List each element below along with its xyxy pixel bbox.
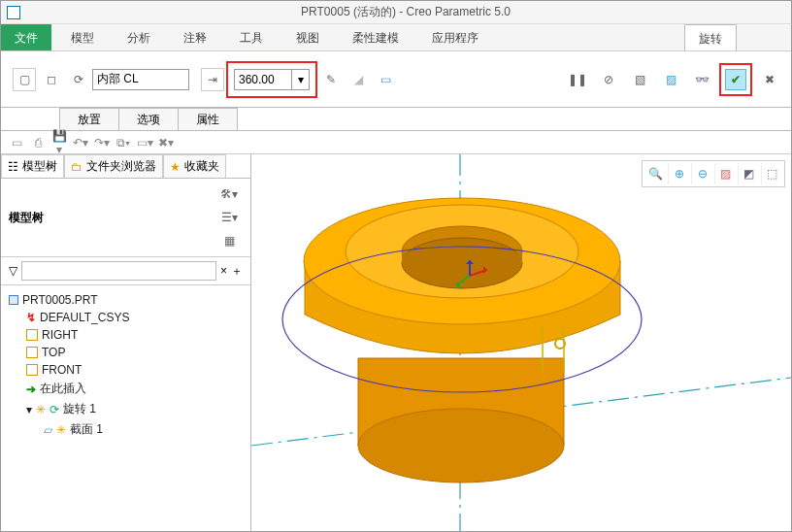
qb-windows-icon[interactable]: ▭▾ xyxy=(137,136,152,150)
ribbon-tabs: 文件 模型 分析 注释 工具 视图 柔性建模 应用程序 旋转 xyxy=(1,24,791,51)
tab-analysis[interactable]: 分析 xyxy=(114,24,164,50)
tree-section[interactable]: ▱✳截面 1 xyxy=(44,419,247,440)
subtab-placement[interactable]: 放置 xyxy=(59,108,119,130)
surface-icon[interactable]: ◻ xyxy=(40,68,63,91)
plane-icon xyxy=(26,364,38,376)
tree-options-icon[interactable]: 🛠▾ xyxy=(217,183,241,206)
angle-field-highlight: ▾ xyxy=(226,61,317,98)
tab-tools[interactable]: 工具 xyxy=(226,24,277,50)
qb-prev-icon[interactable]: ▭ xyxy=(9,136,24,150)
no-entry-icon[interactable]: ⊘ xyxy=(597,68,620,91)
revolve-icon: ⟳ xyxy=(50,403,59,416)
csys-icon: ↯ xyxy=(26,311,36,324)
filter-input[interactable] xyxy=(21,261,216,281)
angle-input[interactable] xyxy=(234,69,292,90)
plane-icon xyxy=(26,329,38,341)
tab-annotate[interactable]: 注释 xyxy=(170,24,220,50)
thicken-icon[interactable]: ◢ xyxy=(346,68,370,91)
tree-insert-here[interactable]: ➔在此插入 xyxy=(26,379,247,399)
plane-icon xyxy=(26,347,38,358)
subtab-options[interactable]: 选项 xyxy=(118,108,179,130)
settings-grid-icon[interactable]: ▦ xyxy=(217,229,241,252)
model-tree: PRT0005.PRT ↯DEFAULT_CSYS RIGHT TOP FRON… xyxy=(1,285,250,446)
qb-close-icon[interactable]: ✖▾ xyxy=(158,136,174,150)
section-icon: ▱ xyxy=(44,423,52,437)
tree-plane-right[interactable]: RIGHT xyxy=(26,326,247,344)
qb-undo-icon[interactable]: ↶▾ xyxy=(73,136,88,150)
model-render xyxy=(251,154,791,531)
tree-icon: ☷ xyxy=(8,160,18,174)
filter-add-icon[interactable]: ＋ xyxy=(231,263,243,280)
pause-icon[interactable]: ❚❚ xyxy=(566,68,589,91)
feature-sun-icon: ✳ xyxy=(56,423,66,437)
confirm-button[interactable]: ✔ xyxy=(725,69,746,90)
qb-save-icon[interactable]: 💾▾ xyxy=(51,129,67,156)
verify-cube-icon[interactable]: ▨ xyxy=(659,68,682,91)
side2-rect-icon[interactable]: ▭ xyxy=(374,68,397,91)
insert-arrow-icon: ➔ xyxy=(26,382,36,396)
qb-redo-icon[interactable]: ↷▾ xyxy=(94,136,110,150)
tree-plane-front[interactable]: FRONT xyxy=(26,361,247,379)
angle-dropdown[interactable]: ▾ xyxy=(292,69,310,90)
direction1-icon[interactable]: ⇥ xyxy=(201,68,224,91)
panel-title: 模型树 xyxy=(9,210,44,226)
cancel-button[interactable]: ✖ xyxy=(758,68,781,91)
window-title: PRT0005 (活动的) - Creo Parametric 5.0 xyxy=(26,4,785,20)
part-icon xyxy=(9,295,18,305)
app-icon xyxy=(7,6,20,19)
tree-revolve-feature[interactable]: ▾✳⟳旋转 1 xyxy=(26,399,247,419)
tree-csys[interactable]: ↯DEFAULT_CSYS xyxy=(26,309,247,326)
tree-root[interactable]: PRT0005.PRT xyxy=(9,291,247,309)
chevron-down-icon[interactable]: ▾ xyxy=(26,403,32,416)
ribbon: ▢ ◻ ⟳ ⇥ ▾ ✎ ◢ ▭ ❚❚ ⊘ ▧ ▨ 👓 ✔ ✖ xyxy=(1,51,791,108)
confirm-highlight: ✔ xyxy=(719,63,752,96)
star-icon: ★ xyxy=(170,160,181,174)
svg-point-2 xyxy=(358,409,564,482)
navtab-model-tree[interactable]: ☷模型树 xyxy=(1,154,64,178)
tab-apps[interactable]: 应用程序 xyxy=(418,24,492,50)
solid-icon[interactable]: ▢ xyxy=(13,68,36,91)
folder-icon: 🗀 xyxy=(71,160,82,174)
axis-icon[interactable]: ⟳ xyxy=(67,68,90,91)
glasses-icon[interactable]: 👓 xyxy=(690,68,713,91)
reference-input[interactable] xyxy=(92,69,189,90)
tree-plane-top[interactable]: TOP xyxy=(26,344,247,361)
filter-icon[interactable]: ▽ xyxy=(9,264,17,278)
feature-sun-icon: ✳ xyxy=(36,403,46,416)
tab-flex[interactable]: 柔性建模 xyxy=(339,24,412,50)
flip-icon[interactable]: ✎ xyxy=(319,68,343,91)
qb-regen-icon[interactable]: ⧉▾ xyxy=(116,136,131,150)
filter-clear-icon[interactable]: × xyxy=(220,264,227,278)
quick-toolbar: ▭ ⎙ 💾▾ ↶▾ ↷▾ ⧉▾ ▭▾ ✖▾ xyxy=(1,131,791,154)
navtab-favorites[interactable]: ★收藏夹 xyxy=(163,154,226,178)
navtab-folders[interactable]: 🗀文件夹浏览器 xyxy=(64,154,163,178)
preview-cube-icon[interactable]: ▧ xyxy=(628,68,651,91)
tab-model[interactable]: 模型 xyxy=(57,24,108,50)
subtab-attributes[interactable]: 属性 xyxy=(178,108,238,130)
tab-view[interactable]: 视图 xyxy=(282,24,333,50)
sub-tabs: 放置 选项 属性 xyxy=(1,108,791,131)
tab-file[interactable]: 文件 xyxy=(1,24,51,50)
viewport[interactable]: 🔍 ⊕ ⊖ ▨ ◩ ⬚ 360.00 xyxy=(251,154,791,531)
qb-print-icon[interactable]: ⎙ xyxy=(30,136,46,150)
tab-revolve[interactable]: 旋转 xyxy=(684,24,737,50)
navigator-panel: ☷模型树 🗀文件夹浏览器 ★收藏夹 模型树 🛠▾ ☰▾ ▦ ▽ × ＋ PRT0… xyxy=(1,154,251,531)
show-icon[interactable]: ☰▾ xyxy=(217,206,241,229)
